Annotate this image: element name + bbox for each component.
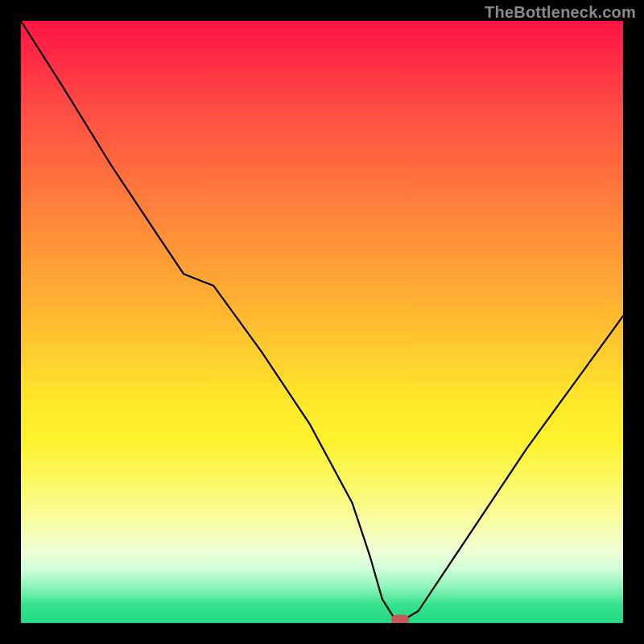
chart-stage: TheBottleneck.com: [0, 0, 644, 644]
plot-area: [21, 21, 623, 623]
optimum-marker-icon: [391, 615, 409, 623]
bottleneck-curve: [21, 21, 623, 623]
watermark-text: TheBottleneck.com: [485, 3, 636, 22]
